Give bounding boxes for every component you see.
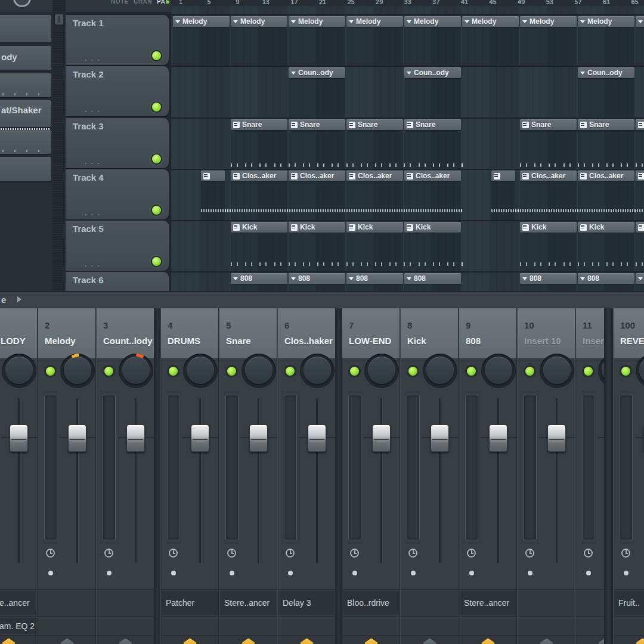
record-arm-dot[interactable] [624,571,628,575]
track-menu-dots[interactable]: . . . [85,54,101,63]
clip-body[interactable] [346,130,403,169]
mixer-strip-3[interactable]: 3Count..lody [96,308,154,644]
pattern-clip-icon[interactable] [407,224,413,231]
pattern-clip-icon[interactable] [580,224,587,231]
clip-body[interactable] [520,130,577,169]
pattern-clip-icon[interactable] [233,173,240,179]
track-mute-led[interactable] [152,103,161,112]
chevron-down-icon[interactable] [580,20,585,23]
strip-enable-led[interactable] [286,367,295,376]
clip-body[interactable] [578,233,634,271]
clip-Coun..ody[interactable]: Coun..ody [289,67,345,78]
mixer-strip-header[interactable]: 9808 [459,308,516,359]
track-name-cell[interactable]: Track 4. . . [66,169,169,219]
mixer-strip-header[interactable]: 3Count..lody [97,308,154,359]
chevron-down-icon[interactable] [349,277,354,280]
plugin-slot[interactable]: Bloo..rdrive [343,591,399,615]
clip-Melody[interactable]: Melody [173,16,230,27]
pattern-clip-icon[interactable] [580,173,587,179]
strip-enable-led[interactable] [46,367,55,376]
clip-Kick[interactable]: Kick [231,222,287,233]
pan-knob[interactable] [64,357,91,384]
chevron-down-icon[interactable] [638,20,643,23]
mixer-strip-header[interactable]: 2Melody [38,308,95,359]
picker-pattern-block[interactable] [0,157,51,181]
clip-Melody[interactable]: Melody [404,16,461,27]
clip-Clos..aker[interactable]: Clos..aker [578,171,634,181]
clip-Melody[interactable]: Melody [520,16,577,27]
record-arm-dot[interactable] [528,571,532,575]
clip-Clos..aker[interactable]: Clos..aker [289,171,345,181]
strip-enable-led[interactable] [227,367,236,376]
chevron-down-icon[interactable] [407,20,411,23]
clip-Kick[interactable]: Kick [289,222,345,233]
chevron-down-icon[interactable] [638,277,643,280]
plugin-slot[interactable]: Delay 3 [278,591,335,615]
clip-body[interactable] [404,181,461,220]
pan-knob[interactable] [5,357,33,384]
pattern-clip-icon[interactable] [291,173,298,179]
clip-body[interactable] [289,284,345,291]
record-arm-dot[interactable] [586,571,591,575]
volume-fader[interactable] [308,425,326,452]
pattern-clip-icon[interactable] [291,224,298,231]
volume-fader[interactable] [431,425,449,452]
clock-icon[interactable] [169,549,178,558]
mixer-strip-header[interactable]: 8Kick [401,308,458,359]
clip-body[interactable] [636,27,644,66]
volume-fader[interactable] [10,425,28,452]
clip-Snare[interactable]: Snare [231,119,287,130]
track-menu-dots[interactable]: . . . [85,157,101,166]
mixer-strip-100[interactable]: 100REVE..Fruit.. [613,308,644,644]
plugin-slot[interactable]: Stere..ancer [220,591,276,615]
pattern-clip-icon[interactable] [638,122,644,128]
clip-Snare[interactable]: Snare [404,119,461,130]
clip-Snare[interactable]: Snare [578,119,634,130]
picker-pattern-block[interactable] [0,130,51,154]
chevron-down-icon[interactable] [580,72,585,75]
chevron-down-icon[interactable] [349,20,354,23]
clip-Kick[interactable]: Kick [578,222,634,233]
plugin-slot[interactable]: Stere..ancer [460,591,516,615]
clip-Melody[interactable]: Melody [231,16,287,27]
clock-icon[interactable] [350,549,359,558]
clip-body[interactable] [404,284,461,291]
clip-body[interactable] [346,284,403,291]
mixer-strip-9[interactable]: 9808Stere..ancer [459,308,517,644]
pattern-clip-icon[interactable] [407,173,413,179]
clip-pattern[interactable] [491,171,515,181]
strip-enable-led[interactable] [584,367,593,376]
clip-body[interactable] [173,27,230,66]
clip-Snare[interactable]: Snare [346,119,403,130]
track-mute-led[interactable] [152,51,161,60]
clip-pattern[interactable] [636,171,644,181]
mixer-strip-2[interactable]: 2Melody [38,308,96,644]
playlist-timeline-ruler[interactable]: 1591317212529333741454953576165 [171,0,644,6]
volume-fader[interactable] [547,425,566,452]
playlist-grid[interactable]: MelodyMelodyMelodyMelodyMelodyMelodyMelo… [171,6,644,291]
chevron-down-icon[interactable] [291,72,296,75]
clip-body[interactable] [346,27,403,66]
mixer-strip-header[interactable]: 100REVE.. [614,308,644,359]
clip-Coun..ody[interactable]: Coun..ody [404,67,461,78]
pattern-clip-icon[interactable] [233,224,240,231]
clip-808[interactable]: 808 [578,273,634,284]
strip-enable-led[interactable] [408,367,417,376]
clip-pattern[interactable] [636,222,644,233]
record-arm-dot[interactable] [171,571,176,575]
pan-knob[interactable] [187,357,214,384]
clip-body[interactable] [231,27,287,66]
clip-Clos..aker[interactable]: Clos..aker [520,171,577,181]
clock-icon[interactable] [467,549,476,558]
clip-body[interactable] [636,181,644,220]
mixer-strip-6[interactable]: 6Clos..hakerDelay 3 [277,308,336,644]
track-mute-led[interactable] [152,257,161,266]
clip-body[interactable] [289,27,345,66]
clip-body[interactable] [491,181,515,220]
volume-fader[interactable] [489,425,507,452]
clip-Clos..aker[interactable]: Clos..aker [404,171,461,181]
clip-body[interactable] [578,27,634,66]
clock-icon[interactable] [621,549,630,558]
clip-body[interactable] [520,181,577,220]
pattern-clip-icon[interactable] [203,173,210,179]
